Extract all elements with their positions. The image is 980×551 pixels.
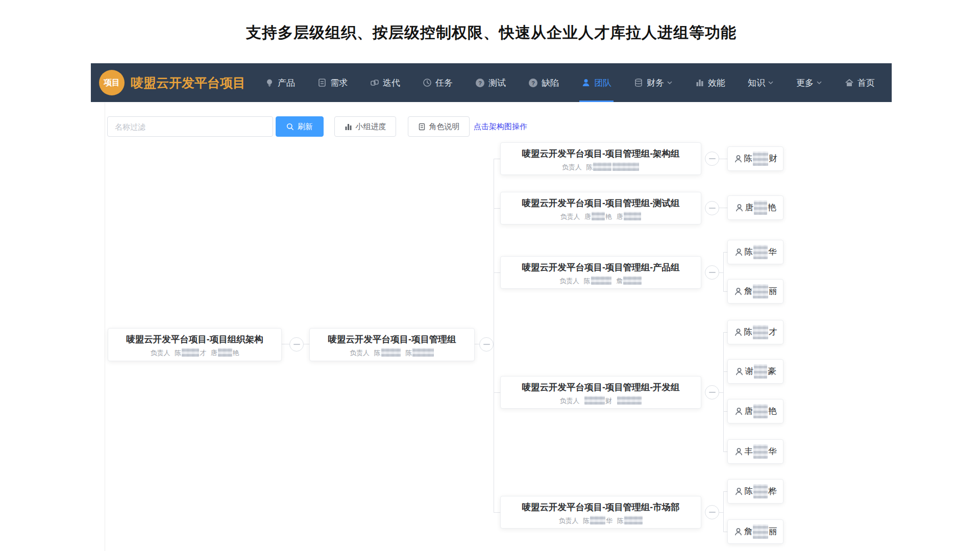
- member-card[interactable]: 丰华: [727, 439, 783, 464]
- database-icon: [634, 78, 643, 87]
- member-card[interactable]: 谢豪: [727, 359, 783, 384]
- person-icon: [581, 78, 591, 87]
- nav-label: 任务: [435, 77, 453, 89]
- connector-line: [494, 159, 494, 512]
- org-node-title: 唛盟云开发平台项目-项目管理组-产品组: [501, 261, 701, 273]
- member-card[interactable]: 唐艳: [727, 399, 783, 423]
- clock-icon: [423, 78, 432, 87]
- nav-label: 缺陷: [542, 77, 559, 89]
- person-icon: [735, 204, 744, 212]
- page: 支持多层级组织、按层级控制权限、快速从企业人才库拉人进组等功能 项目 唛盟云开发…: [0, 0, 980, 551]
- nav-label: 财务: [647, 77, 664, 89]
- org-node-owners: 负责人 财: [501, 396, 701, 406]
- connector-line: [719, 208, 727, 208]
- nav-item-team[interactable]: 团队: [581, 63, 611, 102]
- org-node-title: 唛盟云开发平台项目-项目管理组: [310, 333, 474, 345]
- connector-line: [494, 272, 500, 273]
- role-description-button[interactable]: 角色说明: [408, 116, 470, 137]
- project-logo: 项目: [99, 70, 125, 95]
- document-icon: [317, 78, 327, 87]
- connector-line: [282, 344, 289, 344]
- collapse-toggle-dev[interactable]: [705, 385, 719, 399]
- org-node-test-group[interactable]: 唛盟云开发平台项目-项目管理组-测试组 负责人 唐艳 唐: [500, 192, 701, 224]
- group-progress-button[interactable]: 小组进度: [334, 116, 396, 137]
- role-description-label: 角色说明: [429, 122, 460, 132]
- org-node-dev-group[interactable]: 唛盟云开发平台项目-项目管理组-开发组 负责人 财: [500, 376, 701, 409]
- person-icon: [734, 447, 743, 456]
- connector-line: [723, 371, 727, 372]
- connector-line: [723, 332, 727, 333]
- group-progress-label: 小组进度: [356, 122, 386, 132]
- connector-line: [723, 532, 727, 532]
- org-node-title: 唛盟云开发平台项目-项目管理组-测试组: [501, 197, 701, 209]
- collapse-toggle-management[interactable]: [479, 337, 494, 352]
- bar-chart-icon: [695, 78, 704, 87]
- home-icon: [845, 78, 854, 87]
- member-card[interactable]: 陈财: [727, 146, 783, 171]
- nav-label: 产品: [278, 77, 295, 89]
- nav-label: 更多: [796, 77, 814, 89]
- connector-line: [304, 344, 309, 344]
- bar-chart-icon: [345, 123, 352, 131]
- member-card[interactable]: 陈桦: [727, 479, 783, 504]
- org-node-management[interactable]: 唛盟云开发平台项目-项目管理组 负责人 陈 陈: [309, 328, 475, 361]
- org-node-root[interactable]: 唛盟云开发平台项目-项目组织架构 负责人 陈才 唐艳: [108, 328, 282, 361]
- org-node-market-group[interactable]: 唛盟云开发平台项目-项目管理组-市场部 负责人 陈华 陈: [500, 496, 701, 529]
- connector-line: [723, 252, 727, 253]
- member-card[interactable]: 詹丽: [727, 519, 783, 544]
- nav-menu: 产品 需求 迭代 任务: [265, 63, 875, 102]
- person-icon: [734, 287, 743, 296]
- connector-line: [494, 512, 500, 513]
- nav-item-more[interactable]: 更多: [796, 63, 822, 102]
- nav-item-test[interactable]: ? 测试: [475, 63, 506, 102]
- collapse-toggle-root[interactable]: [289, 337, 304, 352]
- nav-label: 迭代: [383, 77, 400, 89]
- nav-item-product[interactable]: 产品: [265, 63, 295, 102]
- member-name: 唐艳: [745, 404, 777, 418]
- nav-item-performance[interactable]: 效能: [695, 63, 725, 102]
- search-icon: [286, 123, 294, 131]
- top-navbar: 项目 唛盟云开发平台项目 产品 需求 迭代: [91, 63, 892, 102]
- collapse-toggle-test[interactable]: [705, 201, 719, 215]
- nav-label: 效能: [708, 77, 725, 89]
- refresh-button[interactable]: 刷新: [276, 116, 324, 137]
- person-icon: [734, 487, 743, 496]
- person-icon: [734, 155, 743, 163]
- member-card[interactable]: 唐艳: [727, 195, 783, 220]
- nav-label: 团队: [594, 77, 611, 89]
- org-node-arch-group[interactable]: 唛盟云开发平台项目-项目管理组-架构组 负责人 陈: [500, 142, 701, 175]
- chart-operation-link[interactable]: 点击架构图操作: [474, 116, 527, 137]
- connector-line: [494, 392, 500, 393]
- svg-text:?: ?: [531, 80, 535, 86]
- collapse-toggle-product[interactable]: [705, 265, 719, 280]
- org-node-product-group[interactable]: 唛盟云开发平台项目-项目管理组-产品组 负责人 陈 詹: [500, 256, 701, 289]
- nav-item-defects[interactable]: ? 缺陷: [528, 63, 559, 102]
- collapse-toggle-market[interactable]: [705, 505, 719, 519]
- org-node-owners: 负责人 陈才 唐艳: [108, 348, 281, 358]
- connector-line: [723, 491, 724, 532]
- person-icon: [734, 328, 743, 337]
- chevron-down-icon: [667, 80, 673, 86]
- nav-label: 测试: [488, 77, 506, 89]
- nav-item-iteration[interactable]: 迭代: [370, 63, 400, 102]
- member-card[interactable]: 詹丽: [727, 279, 783, 304]
- person-icon: [734, 528, 743, 536]
- org-node-owners: 负责人 陈 詹: [501, 276, 701, 286]
- nav-item-requirements[interactable]: 需求: [317, 63, 348, 102]
- nav-item-finance[interactable]: 财务: [634, 63, 673, 102]
- member-card[interactable]: 陈华: [727, 240, 783, 264]
- svg-text:?: ?: [478, 80, 482, 86]
- nav-label: 知识: [748, 77, 765, 89]
- connector-line: [494, 208, 500, 209]
- nav-item-knowledge[interactable]: 知识: [748, 63, 774, 102]
- name-filter-input[interactable]: [107, 116, 273, 137]
- nav-item-home[interactable]: 首页: [845, 63, 875, 102]
- content-panel-border: [105, 103, 105, 551]
- org-node-title: 唛盟云开发平台项目-项目管理组-架构组: [501, 147, 701, 160]
- connector-line: [475, 344, 479, 344]
- connector-line: [719, 159, 727, 159]
- member-name: 詹丽: [744, 284, 777, 298]
- nav-item-tasks[interactable]: 任务: [423, 63, 453, 102]
- member-card[interactable]: 陈才: [727, 320, 783, 344]
- collapse-toggle-arch[interactable]: [705, 152, 719, 166]
